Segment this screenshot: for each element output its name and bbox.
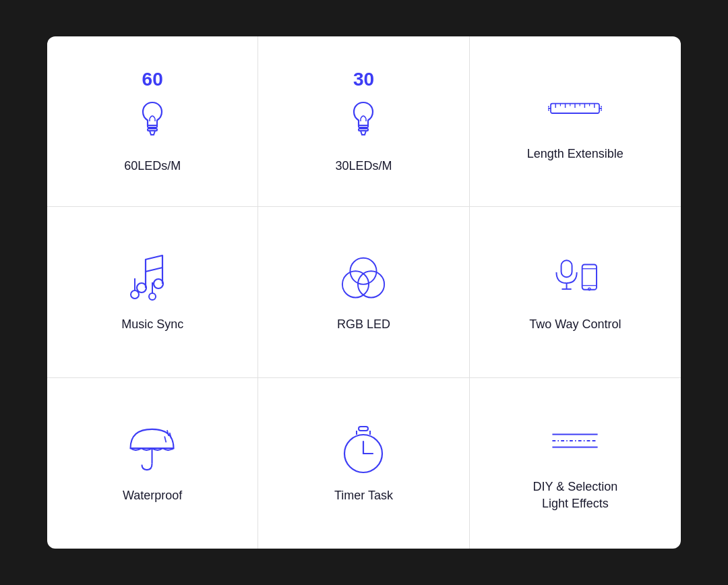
cell-two-way-control: Two Way Control [470, 207, 681, 377]
cell-rgb-led: RGB LED [258, 207, 469, 377]
cell-two-way-control-label: Two Way Control [529, 316, 621, 333]
led-bulb-small-icon [336, 93, 390, 147]
svg-rect-0 [148, 125, 157, 127]
cell-music-sync-label: Music Sync [121, 316, 183, 333]
rgb-icon [336, 251, 390, 305]
feature-grid: 60 60LEDs/M 30 [47, 36, 681, 549]
svg-rect-29 [562, 261, 572, 278]
cell-diy-selection: DIY & SelectionLight Effects [470, 378, 681, 549]
cell-30leds-label: 30LEDs/M [335, 158, 392, 175]
cell-60leds: 60 60LEDs/M [47, 36, 258, 207]
cell-rgb-led-label: RGB LED [337, 316, 390, 333]
cell-60leds-label: 60LEDs/M [124, 158, 181, 175]
led-bulb-icon [125, 93, 179, 147]
cell-waterproof: Waterproof [47, 378, 258, 549]
svg-point-20 [137, 283, 146, 292]
svg-rect-4 [359, 125, 368, 127]
ruler-icon [548, 81, 602, 135]
cell-length-extensible: Length Extensible [470, 36, 681, 207]
diy-icon [548, 414, 602, 468]
cell-timer-task-label: Timer Task [334, 487, 393, 504]
cell-diy-selection-label: DIY & SelectionLight Effects [533, 479, 617, 512]
svg-point-24 [149, 293, 156, 300]
music-icon [125, 251, 179, 305]
led-60-number: 60 [142, 69, 163, 90]
timer-icon [336, 423, 390, 476]
umbrella-icon [125, 423, 179, 476]
cell-music-sync: Music Sync [47, 207, 258, 377]
cell-waterproof-label: Waterproof [123, 487, 182, 504]
cell-30leds: 30 30LEDs/M [258, 36, 469, 207]
cell-length-extensible-label: Length Extensible [527, 146, 624, 162]
control-icon [548, 251, 602, 305]
svg-point-22 [131, 290, 139, 299]
led-30-number: 30 [353, 69, 374, 90]
svg-rect-37 [359, 427, 368, 431]
cell-timer-task: Timer Task [258, 378, 469, 549]
svg-point-21 [154, 279, 163, 288]
